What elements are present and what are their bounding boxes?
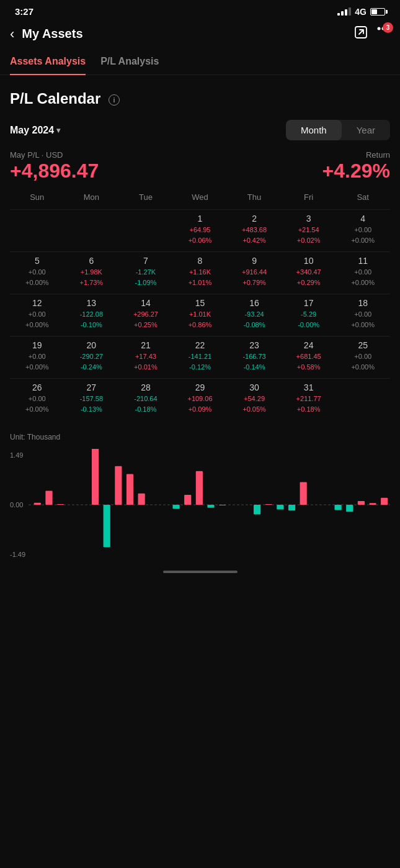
- cal-value-abs: +0.00: [337, 267, 389, 278]
- calendar-cell[interactable]: 27-157.58-0.13%: [64, 378, 119, 420]
- cal-value-pct: +0.58%: [283, 362, 335, 373]
- cal-value-abs: +109.06: [174, 394, 226, 404]
- calendar-cell[interactable]: 3+21.54+0.02%: [282, 209, 336, 251]
- cal-date-number: 21: [120, 340, 172, 350]
- back-button[interactable]: ‹: [10, 26, 14, 42]
- status-time: 3:27: [15, 6, 33, 17]
- svg-text:-1.49: -1.49: [10, 551, 25, 558]
- tab-pl-analysis[interactable]: P/L Analysis: [100, 50, 159, 75]
- calendar-cell[interactable]: 14+296.27+0.25%: [118, 294, 173, 336]
- cal-value-abs: +64.95: [174, 225, 226, 235]
- calendar-cell[interactable]: 23-166.73-0.14%: [227, 336, 282, 378]
- svg-rect-14: [127, 474, 133, 505]
- cal-value-abs: -1.27K: [120, 267, 172, 278]
- calendar-cell[interactable]: 2+483.68+0.42%: [227, 209, 282, 251]
- cal-date-number: 9: [228, 256, 280, 266]
- calendar-cell[interactable]: 29+109.06+0.09%: [173, 378, 228, 420]
- cal-date-number: 14: [120, 298, 172, 308]
- cal-value-abs: -210.64: [120, 394, 172, 404]
- calendar-cell[interactable]: 4+0.00+0.00%: [336, 209, 390, 251]
- cal-value-pct: -0.14%: [228, 362, 280, 373]
- cal-date-number: 8: [174, 256, 226, 266]
- calendar-cell[interactable]: 8+1.16K+1.01%: [173, 251, 228, 294]
- tab-assets-analysis[interactable]: Assets Analysis: [10, 50, 86, 75]
- weekday-sat: Sat: [336, 190, 390, 204]
- calendar-cell: [10, 209, 64, 251]
- chevron-down-icon: ▾: [56, 126, 60, 135]
- cal-value-pct: +1.73%: [66, 278, 118, 288]
- calendar-cell[interactable]: 7-1.27K-1.09%: [118, 251, 173, 294]
- calendar-cell[interactable]: 5+0.00+0.00%: [10, 251, 64, 294]
- info-icon[interactable]: i: [109, 94, 120, 106]
- cal-date-number: 27: [66, 382, 118, 392]
- cal-value-pct: +0.00%: [11, 404, 63, 415]
- svg-rect-28: [358, 501, 365, 505]
- calendar-cell[interactable]: 12+0.00+0.00%: [10, 294, 64, 336]
- svg-rect-24: [288, 505, 295, 510]
- calendar-cell[interactable]: 17-5.29-0.00%: [282, 294, 336, 336]
- calendar-cell[interactable]: 20-290.27-0.24%: [64, 336, 119, 378]
- calendar-cell[interactable]: 26+0.00+0.00%: [10, 378, 64, 420]
- cal-value-pct: +0.00%: [11, 362, 63, 373]
- svg-rect-16: [172, 505, 179, 509]
- cal-date-number: 7: [120, 256, 172, 266]
- date-label: May 2024: [10, 125, 54, 136]
- cal-value-pct: +0.06%: [174, 235, 226, 246]
- calendar-cell[interactable]: 22-141.21-0.12%: [173, 336, 228, 378]
- calendar-cell[interactable]: 6+1.98K+1.73%: [64, 251, 119, 294]
- svg-rect-27: [346, 505, 353, 512]
- pl-calendar: Sun Mon Tue Wed Thu Fri Sat 1+64.95+0.06…: [10, 190, 390, 420]
- cal-value-pct: +0.00%: [337, 235, 389, 246]
- cal-date-number: 23: [228, 340, 280, 350]
- return-right: Return +4.29%: [322, 150, 390, 183]
- calendar-cell[interactable]: 13-122.08-0.10%: [64, 294, 119, 336]
- weekday-fri: Fri: [282, 190, 336, 204]
- calendar-cell[interactable]: 19+0.00+0.00%: [10, 336, 64, 378]
- status-right: 4G: [337, 7, 385, 17]
- calendar-cell[interactable]: 31+211.77+0.18%: [282, 378, 336, 420]
- calendar-cell[interactable]: 28-210.64-0.18%: [118, 378, 173, 420]
- cal-date-number: 5: [11, 256, 63, 266]
- calendar-cell[interactable]: 18+0.00+0.00%: [336, 294, 390, 336]
- weekday-sun: Sun: [10, 190, 64, 204]
- cal-date-number: 26: [11, 382, 63, 392]
- cal-value-abs: +0.00: [11, 394, 63, 404]
- export-button[interactable]: [354, 25, 368, 42]
- calendar-cell[interactable]: 21+17.43+0.01%: [118, 336, 173, 378]
- calendar-cell[interactable]: 24+681.45+0.58%: [282, 336, 336, 378]
- cal-date-number: 18: [337, 298, 389, 308]
- calendar-cell[interactable]: 11+0.00+0.00%: [336, 251, 390, 294]
- cal-value-abs: +0.00: [337, 351, 389, 362]
- bottom-bar: [0, 561, 400, 579]
- cal-value-pct: +0.00%: [337, 278, 389, 288]
- calendar-cell[interactable]: 30+54.29+0.05%: [227, 378, 282, 420]
- toggle-month[interactable]: Month: [286, 120, 342, 140]
- calendar-cell[interactable]: 16-93.24-0.08%: [227, 294, 282, 336]
- cal-value-pct: +1.01%: [174, 278, 226, 288]
- notification-button[interactable]: 3: [376, 25, 390, 42]
- calendar-cell[interactable]: 9+916.44+0.79%: [227, 251, 282, 294]
- date-selector[interactable]: May 2024 ▾: [10, 125, 60, 136]
- cal-value-abs: +211.77: [283, 394, 335, 404]
- calendar-cell[interactable]: 10+340.47+0.29%: [282, 251, 336, 294]
- header-left: ‹ My Assets: [10, 26, 83, 42]
- cal-value-pct: +0.42%: [228, 235, 280, 246]
- cal-value-abs: +1.98K: [66, 267, 118, 278]
- calendar-cell[interactable]: 15+1.01K+0.86%: [173, 294, 228, 336]
- cal-value-pct: +0.29%: [283, 278, 335, 288]
- cal-value-pct: +0.00%: [11, 278, 63, 288]
- svg-rect-9: [45, 491, 52, 505]
- cal-value-pct: +0.09%: [174, 404, 226, 415]
- toggle-year[interactable]: Year: [342, 120, 390, 140]
- cal-date-number: 12: [11, 298, 63, 308]
- pl-label: May P/L · USD: [10, 150, 99, 160]
- date-toggle-row: May 2024 ▾ Month Year: [10, 120, 390, 140]
- cal-date-number: 30: [228, 382, 280, 392]
- calendar-cell[interactable]: 1+64.95+0.06%: [173, 209, 228, 251]
- calendar-cell: [64, 209, 119, 251]
- cal-value-pct: +0.79%: [228, 278, 280, 288]
- unit-label: Unit: Thousand: [10, 433, 390, 441]
- svg-rect-30: [381, 498, 388, 505]
- return-value: +4.29%: [322, 160, 390, 183]
- calendar-cell[interactable]: 25+0.00+0.00%: [336, 336, 390, 378]
